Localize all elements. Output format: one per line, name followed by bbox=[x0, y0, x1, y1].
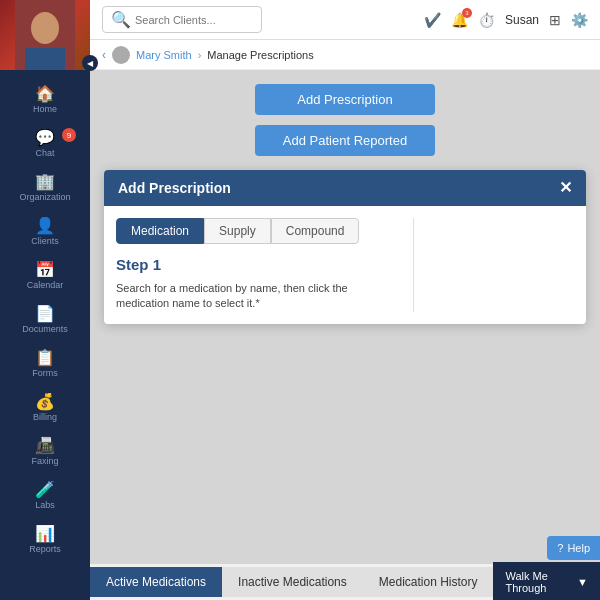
bottom-tabs: Active Medications Inactive Medications … bbox=[90, 564, 600, 600]
step-title: Step 1 bbox=[116, 256, 401, 273]
organization-icon: 🏢 bbox=[35, 174, 55, 190]
sidebar-collapse-btn[interactable]: ◀ bbox=[82, 55, 98, 71]
tab-medication-history[interactable]: Medication History bbox=[363, 567, 494, 597]
modal-left-panel: Medication Supply Compound Step 1 Search… bbox=[116, 218, 414, 312]
chat-icon: 💬 bbox=[35, 130, 55, 146]
add-patient-reported-button[interactable]: Add Patient Reported bbox=[255, 125, 435, 156]
help-icon: ? bbox=[557, 542, 563, 554]
sidebar-item-reports[interactable]: 📊 Reports bbox=[0, 518, 90, 562]
step-description: Search for a medication by name, then cl… bbox=[116, 281, 401, 312]
tab-supply[interactable]: Supply bbox=[204, 218, 271, 244]
topbar-right: ✔️ 🔔 3 ⏱️ Susan ⊞ ⚙️ bbox=[424, 12, 588, 28]
sidebar-item-faxing[interactable]: 📠 Faxing bbox=[0, 430, 90, 474]
faxing-icon: 📠 bbox=[35, 438, 55, 454]
forms-icon: 📋 bbox=[35, 350, 55, 366]
tab-active-medications[interactable]: Active Medications bbox=[90, 567, 222, 597]
breadcrumb-current-page: Manage Prescriptions bbox=[207, 49, 313, 61]
tab-inactive-medications[interactable]: Inactive Medications bbox=[222, 567, 363, 597]
sidebar-label-faxing: Faxing bbox=[31, 456, 58, 466]
documents-icon: 📄 bbox=[35, 306, 55, 322]
modal-header: Add Prescription ✕ bbox=[104, 170, 586, 206]
avatar-image bbox=[0, 0, 90, 70]
settings-icon[interactable]: ⚙️ bbox=[571, 12, 588, 28]
sidebar-item-home[interactable]: 🏠 Home bbox=[0, 78, 90, 122]
sidebar-item-organization[interactable]: 🏢 Organization bbox=[0, 166, 90, 210]
breadcrumb-separator: › bbox=[198, 49, 202, 61]
breadcrumb: ‹ Mary Smith › Manage Prescriptions bbox=[90, 40, 600, 70]
clients-icon: 👤 bbox=[35, 218, 55, 234]
sidebar-item-chat[interactable]: 💬 Chat 9 bbox=[0, 122, 90, 166]
sidebar-item-billing[interactable]: 💰 Billing bbox=[0, 386, 90, 430]
tab-compound[interactable]: Compound bbox=[271, 218, 360, 244]
topbar: 🔍 ✔️ 🔔 3 ⏱️ Susan ⊞ ⚙️ bbox=[90, 0, 600, 40]
sidebar-item-calendar[interactable]: 📅 Calendar bbox=[0, 254, 90, 298]
chat-badge: 9 bbox=[62, 128, 76, 142]
sidebar-label-organization: Organization bbox=[19, 192, 70, 202]
sidebar-item-documents[interactable]: 📄 Documents bbox=[0, 298, 90, 342]
modal-title: Add Prescription bbox=[118, 180, 231, 196]
patient-name[interactable]: Mary Smith bbox=[136, 49, 192, 61]
main-area: 🔍 ✔️ 🔔 3 ⏱️ Susan ⊞ ⚙️ ‹ Mary Smith › Ma… bbox=[90, 0, 600, 600]
sidebar-label-home: Home bbox=[33, 104, 57, 114]
modal-right-panel bbox=[414, 218, 574, 312]
timer-icon[interactable]: ⏱️ bbox=[478, 12, 495, 28]
sidebar-label-documents: Documents bbox=[22, 324, 68, 334]
svg-rect-2 bbox=[25, 48, 65, 70]
sidebar-label-reports: Reports bbox=[29, 544, 61, 554]
labs-icon: 🧪 bbox=[35, 482, 55, 498]
sidebar-item-labs[interactable]: 🧪 Labs bbox=[0, 474, 90, 518]
content-area: Add Prescription Add Patient Reported Ad… bbox=[90, 70, 600, 600]
walk-me-through-button[interactable]: Walk Me Through ▼ bbox=[493, 562, 600, 600]
sidebar-label-forms: Forms bbox=[32, 368, 58, 378]
walk-chevron-icon: ▼ bbox=[577, 576, 588, 588]
search-box[interactable]: 🔍 bbox=[102, 6, 262, 33]
sidebar-item-clients[interactable]: 👤 Clients bbox=[0, 210, 90, 254]
prescription-tabs: Medication Supply Compound bbox=[116, 218, 401, 244]
help-label: Help bbox=[567, 542, 590, 554]
calendar-icon: 📅 bbox=[35, 262, 55, 278]
modal-close-button[interactable]: ✕ bbox=[559, 180, 572, 196]
search-input[interactable] bbox=[135, 14, 253, 26]
reports-icon: 📊 bbox=[35, 526, 55, 542]
sidebar-label-labs: Labs bbox=[35, 500, 55, 510]
tasks-icon[interactable]: ✔️ bbox=[424, 12, 441, 28]
sidebar-item-forms[interactable]: 📋 Forms bbox=[0, 342, 90, 386]
sidebar-nav: 🏠 Home 💬 Chat 9 🏢 Organization 👤 Clients… bbox=[0, 70, 90, 562]
modal-body: Medication Supply Compound Step 1 Search… bbox=[104, 206, 586, 324]
sidebar-label-calendar: Calendar bbox=[27, 280, 64, 290]
billing-icon: 💰 bbox=[35, 394, 55, 410]
add-prescription-modal: Add Prescription ✕ Medication Supply Com… bbox=[104, 170, 586, 324]
add-prescription-button[interactable]: Add Prescription bbox=[255, 84, 435, 115]
tab-medication[interactable]: Medication bbox=[116, 218, 204, 244]
svg-point-3 bbox=[33, 17, 57, 37]
sidebar-label-chat: Chat bbox=[35, 148, 54, 158]
grid-icon[interactable]: ⊞ bbox=[549, 12, 561, 28]
sidebar: ◀ 🏠 Home 💬 Chat 9 🏢 Organization 👤 Clien… bbox=[0, 0, 90, 600]
sidebar-label-billing: Billing bbox=[33, 412, 57, 422]
sidebar-label-clients: Clients bbox=[31, 236, 59, 246]
avatar bbox=[0, 0, 90, 70]
home-icon: 🏠 bbox=[35, 86, 55, 102]
back-button[interactable]: ‹ bbox=[102, 48, 106, 62]
walk-label: Walk Me Through bbox=[505, 570, 573, 594]
search-icon: 🔍 bbox=[111, 10, 131, 29]
notification-badge: 3 bbox=[462, 8, 472, 18]
username-label: Susan bbox=[505, 13, 539, 27]
help-button[interactable]: ? Help bbox=[547, 536, 600, 560]
patient-avatar bbox=[112, 46, 130, 64]
notifications-icon[interactable]: 🔔 3 bbox=[451, 12, 468, 28]
